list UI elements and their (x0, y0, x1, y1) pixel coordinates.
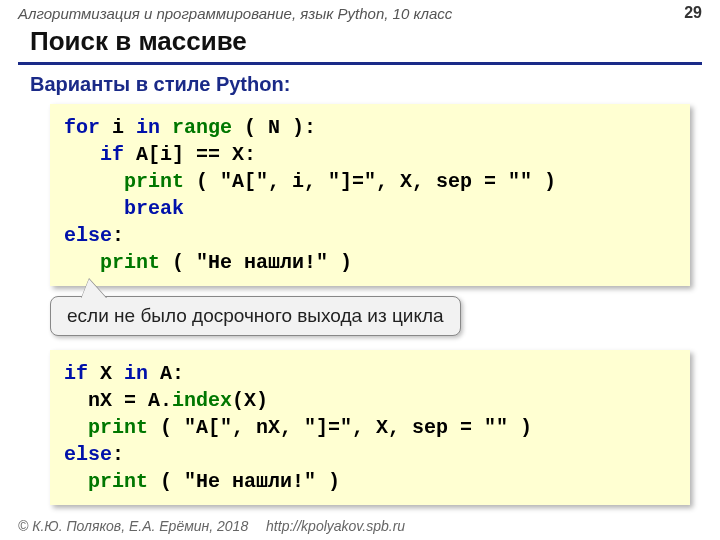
code-text (64, 251, 100, 274)
fn-print: print (124, 170, 184, 193)
code-text (64, 143, 100, 166)
code-text: A[i] == X: (124, 143, 256, 166)
kw-if: if (100, 143, 124, 166)
footer: © К.Ю. Поляков, Е.А. Ерёмин, 2018 http:/… (18, 518, 405, 534)
subtitle: Варианты в стиле Python: (0, 73, 720, 96)
code-block-2: if X in A: nX = A.index(X) print ( "A[",… (50, 350, 690, 505)
kw-else: else (64, 224, 112, 247)
code-text: A: (148, 362, 184, 385)
fn-range: range (172, 116, 232, 139)
kw-in: in (136, 116, 160, 139)
title-underline (18, 62, 702, 65)
code-text: ( "Не нашли!" ) (148, 470, 340, 493)
kw-if: if (64, 362, 88, 385)
code-text (64, 170, 124, 193)
footer-url: http://kpolyakov.spb.ru (266, 518, 405, 534)
code-text (64, 470, 88, 493)
kw-in: in (124, 362, 148, 385)
course-label: Алгоритмизация и программирование, язык … (18, 5, 452, 22)
code-text (160, 116, 172, 139)
code-text: : (112, 224, 124, 247)
fn-print: print (88, 470, 148, 493)
code-text: i (100, 116, 136, 139)
callout-container: если не было досрочного выхода из цикла (50, 296, 720, 336)
fn-print: print (100, 251, 160, 274)
fn-index: index (172, 389, 232, 412)
callout-box: если не было досрочного выхода из цикла (50, 296, 461, 336)
callout-text: если не было досрочного выхода из цикла (67, 305, 444, 326)
code-text: ( N ): (232, 116, 316, 139)
code-text (64, 197, 124, 220)
code-text: ( "A[", i, "]=", X, sep = "" ) (184, 170, 556, 193)
page-title: Поиск в массиве (0, 24, 720, 62)
code-text: X (88, 362, 124, 385)
callout-tail-icon (81, 279, 107, 299)
code-text (64, 416, 88, 439)
copyright: © К.Ю. Поляков, Е.А. Ерёмин, 2018 (18, 518, 248, 534)
kw-else: else (64, 443, 112, 466)
header: Алгоритмизация и программирование, язык … (0, 0, 720, 24)
code-text: : (112, 443, 124, 466)
fn-print: print (88, 416, 148, 439)
code-text: ( "Не нашли!" ) (160, 251, 352, 274)
kw-break: break (124, 197, 184, 220)
code-block-1: for i in range ( N ): if A[i] == X: prin… (50, 104, 690, 286)
code-text: (X) (232, 389, 268, 412)
code-text: nX = A. (64, 389, 172, 412)
code-text: ( "A[", nX, "]=", X, sep = "" ) (148, 416, 532, 439)
slide-number: 29 (684, 4, 702, 22)
kw-for: for (64, 116, 100, 139)
